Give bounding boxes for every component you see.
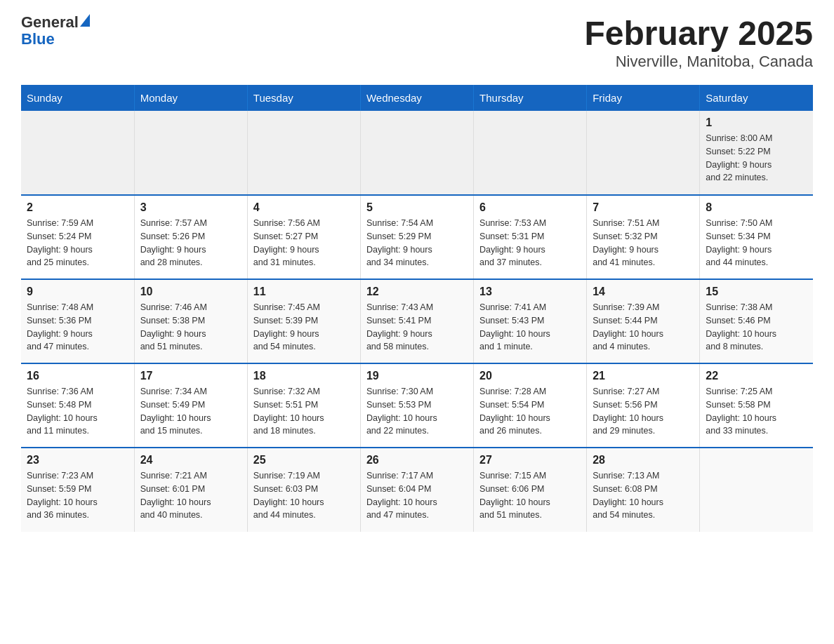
day-info: Sunrise: 7:27 AM Sunset: 5:56 PM Dayligh… <box>593 385 694 438</box>
day-info: Sunrise: 7:32 AM Sunset: 5:51 PM Dayligh… <box>253 385 355 438</box>
calendar-cell: 16Sunrise: 7:36 AM Sunset: 5:48 PM Dayli… <box>21 363 134 448</box>
calendar-cell: 23Sunrise: 7:23 AM Sunset: 5:59 PM Dayli… <box>21 448 134 532</box>
calendar-cell: 13Sunrise: 7:41 AM Sunset: 5:43 PM Dayli… <box>474 279 587 363</box>
day-number: 25 <box>253 454 355 467</box>
title-block: February 2025 Niverville, Manitoba, Cana… <box>584 14 813 71</box>
calendar-cell: 20Sunrise: 7:28 AM Sunset: 5:54 PM Dayli… <box>474 363 587 448</box>
calendar-cell: 15Sunrise: 7:38 AM Sunset: 5:46 PM Dayli… <box>700 279 813 363</box>
day-number: 19 <box>366 370 468 382</box>
calendar-cell <box>21 111 134 195</box>
day-number: 8 <box>706 201 807 214</box>
calendar-cell <box>587 111 700 195</box>
calendar-table: SundayMondayTuesdayWednesdayThursdayFrid… <box>21 85 813 532</box>
calendar-cell <box>360 111 473 195</box>
day-info: Sunrise: 7:25 AM Sunset: 5:58 PM Dayligh… <box>706 385 807 438</box>
day-number: 27 <box>479 454 581 467</box>
day-info: Sunrise: 7:45 AM Sunset: 5:39 PM Dayligh… <box>253 301 355 354</box>
day-number: 14 <box>593 286 694 298</box>
weekday-header-thursday: Thursday <box>474 85 587 111</box>
calendar-week-row: 2Sunrise: 7:59 AM Sunset: 5:24 PM Daylig… <box>21 195 813 279</box>
calendar-cell: 25Sunrise: 7:19 AM Sunset: 6:03 PM Dayli… <box>247 448 360 532</box>
logo: General Blue <box>21 14 90 48</box>
day-number: 9 <box>27 286 128 298</box>
calendar-cell <box>474 111 587 195</box>
day-number: 1 <box>706 116 807 129</box>
day-info: Sunrise: 7:13 AM Sunset: 6:08 PM Dayligh… <box>593 469 694 522</box>
calendar-cell: 1Sunrise: 8:00 AM Sunset: 5:22 PM Daylig… <box>700 111 813 195</box>
calendar-cell: 8Sunrise: 7:50 AM Sunset: 5:34 PM Daylig… <box>700 195 813 279</box>
day-number: 16 <box>27 370 128 382</box>
calendar-cell: 22Sunrise: 7:25 AM Sunset: 5:58 PM Dayli… <box>700 363 813 448</box>
calendar-cell: 17Sunrise: 7:34 AM Sunset: 5:49 PM Dayli… <box>134 363 247 448</box>
calendar-cell <box>247 111 360 195</box>
day-info: Sunrise: 7:34 AM Sunset: 5:49 PM Dayligh… <box>140 385 241 438</box>
day-info: Sunrise: 7:53 AM Sunset: 5:31 PM Dayligh… <box>479 217 581 269</box>
day-number: 6 <box>479 201 581 214</box>
day-number: 22 <box>706 370 807 382</box>
calendar-cell <box>700 448 813 532</box>
calendar-cell <box>134 111 247 195</box>
day-number: 24 <box>140 454 241 467</box>
calendar-cell: 12Sunrise: 7:43 AM Sunset: 5:41 PM Dayli… <box>360 279 473 363</box>
day-info: Sunrise: 7:17 AM Sunset: 6:04 PM Dayligh… <box>366 469 468 522</box>
day-info: Sunrise: 7:30 AM Sunset: 5:53 PM Dayligh… <box>366 385 468 438</box>
day-number: 23 <box>27 454 128 467</box>
day-info: Sunrise: 7:56 AM Sunset: 5:27 PM Dayligh… <box>253 217 355 269</box>
calendar-cell: 11Sunrise: 7:45 AM Sunset: 5:39 PM Dayli… <box>247 279 360 363</box>
calendar-cell: 2Sunrise: 7:59 AM Sunset: 5:24 PM Daylig… <box>21 195 134 279</box>
weekday-header-row: SundayMondayTuesdayWednesdayThursdayFrid… <box>21 85 813 111</box>
day-number: 7 <box>593 201 694 214</box>
logo-text-general: General <box>21 14 79 31</box>
day-number: 3 <box>140 201 241 214</box>
day-info: Sunrise: 7:19 AM Sunset: 6:03 PM Dayligh… <box>253 469 355 522</box>
day-info: Sunrise: 7:57 AM Sunset: 5:26 PM Dayligh… <box>140 217 241 269</box>
calendar-week-row: 16Sunrise: 7:36 AM Sunset: 5:48 PM Dayli… <box>21 363 813 448</box>
day-info: Sunrise: 7:41 AM Sunset: 5:43 PM Dayligh… <box>479 301 581 354</box>
day-info: Sunrise: 8:00 AM Sunset: 5:22 PM Dayligh… <box>706 132 807 185</box>
day-info: Sunrise: 7:23 AM Sunset: 5:59 PM Dayligh… <box>27 469 128 522</box>
day-info: Sunrise: 7:50 AM Sunset: 5:34 PM Dayligh… <box>706 217 807 269</box>
calendar-cell: 4Sunrise: 7:56 AM Sunset: 5:27 PM Daylig… <box>247 195 360 279</box>
weekday-header-tuesday: Tuesday <box>247 85 360 111</box>
calendar-cell: 26Sunrise: 7:17 AM Sunset: 6:04 PM Dayli… <box>360 448 473 532</box>
day-number: 15 <box>706 286 807 298</box>
day-number: 11 <box>253 286 355 298</box>
day-number: 10 <box>140 286 241 298</box>
day-info: Sunrise: 7:43 AM Sunset: 5:41 PM Dayligh… <box>366 301 468 354</box>
weekday-header-monday: Monday <box>134 85 247 111</box>
calendar-cell: 18Sunrise: 7:32 AM Sunset: 5:51 PM Dayli… <box>247 363 360 448</box>
calendar-cell: 9Sunrise: 7:48 AM Sunset: 5:36 PM Daylig… <box>21 279 134 363</box>
day-number: 5 <box>366 201 468 214</box>
calendar-week-row: 23Sunrise: 7:23 AM Sunset: 5:59 PM Dayli… <box>21 448 813 532</box>
day-info: Sunrise: 7:48 AM Sunset: 5:36 PM Dayligh… <box>27 301 128 354</box>
calendar-cell: 21Sunrise: 7:27 AM Sunset: 5:56 PM Dayli… <box>587 363 700 448</box>
calendar-cell: 19Sunrise: 7:30 AM Sunset: 5:53 PM Dayli… <box>360 363 473 448</box>
day-number: 2 <box>27 201 128 214</box>
day-number: 17 <box>140 370 241 382</box>
logo-text-blue: Blue <box>21 31 90 48</box>
weekday-header-wednesday: Wednesday <box>360 85 473 111</box>
calendar-cell: 6Sunrise: 7:53 AM Sunset: 5:31 PM Daylig… <box>474 195 587 279</box>
calendar-week-row: 9Sunrise: 7:48 AM Sunset: 5:36 PM Daylig… <box>21 279 813 363</box>
day-info: Sunrise: 7:21 AM Sunset: 6:01 PM Dayligh… <box>140 469 241 522</box>
page-subtitle: Niverville, Manitoba, Canada <box>584 53 813 71</box>
calendar-cell: 28Sunrise: 7:13 AM Sunset: 6:08 PM Dayli… <box>587 448 700 532</box>
calendar-cell: 7Sunrise: 7:51 AM Sunset: 5:32 PM Daylig… <box>587 195 700 279</box>
day-number: 20 <box>479 370 581 382</box>
day-number: 13 <box>479 286 581 298</box>
day-number: 4 <box>253 201 355 214</box>
page-title: February 2025 <box>584 14 813 53</box>
day-number: 18 <box>253 370 355 382</box>
day-info: Sunrise: 7:54 AM Sunset: 5:29 PM Dayligh… <box>366 217 468 269</box>
weekday-header-friday: Friday <box>587 85 700 111</box>
calendar-cell: 5Sunrise: 7:54 AM Sunset: 5:29 PM Daylig… <box>360 195 473 279</box>
day-number: 26 <box>366 454 468 467</box>
calendar-cell: 14Sunrise: 7:39 AM Sunset: 5:44 PM Dayli… <box>587 279 700 363</box>
day-number: 12 <box>366 286 468 298</box>
page-header: General Blue February 2025 Niverville, M… <box>21 14 813 71</box>
day-info: Sunrise: 7:15 AM Sunset: 6:06 PM Dayligh… <box>479 469 581 522</box>
weekday-header-saturday: Saturday <box>700 85 813 111</box>
calendar-cell: 24Sunrise: 7:21 AM Sunset: 6:01 PM Dayli… <box>134 448 247 532</box>
day-number: 21 <box>593 370 694 382</box>
weekday-header-sunday: Sunday <box>21 85 134 111</box>
